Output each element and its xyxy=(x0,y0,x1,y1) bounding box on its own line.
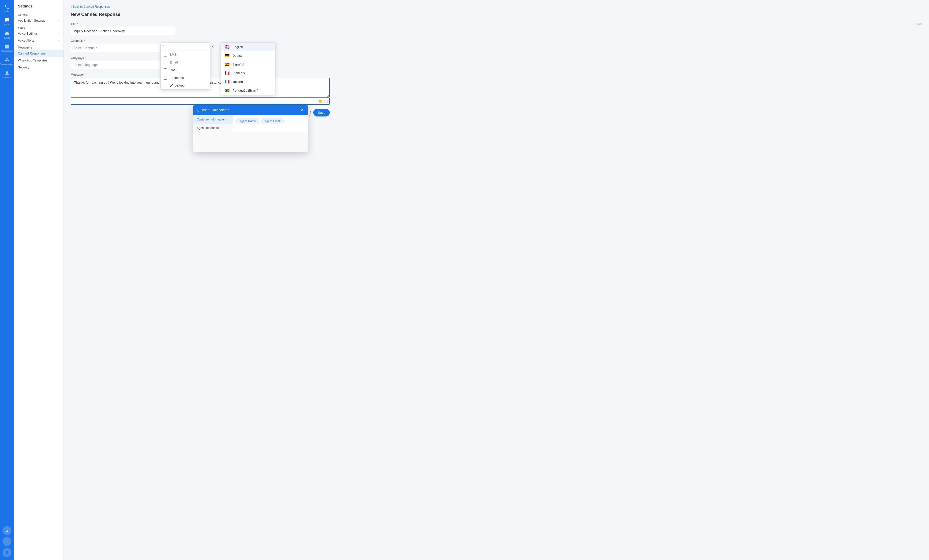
title-input[interactable] xyxy=(71,27,175,35)
channel-option-sms[interactable]: SMS xyxy=(161,51,210,58)
placeholder-agent-name[interactable]: Agent Name xyxy=(236,118,259,124)
lang-option-it[interactable]: 🇮🇹 Italiano xyxy=(221,77,275,86)
section-voice: Voice xyxy=(14,24,63,30)
lang-option-es[interactable]: 🇪🇸 Español xyxy=(221,60,275,69)
expand-icon[interactable]: ⛶ xyxy=(324,99,328,103)
modal-empty-space xyxy=(193,132,308,152)
lang-option-fr[interactable]: 🇫🇷 Français xyxy=(221,69,275,77)
sidebar-item-whatsapp-templates[interactable]: WhatsApp Templates xyxy=(14,57,63,64)
lang-option-de[interactable]: 🇩🇪 Deutsch xyxy=(221,51,275,60)
section-general: General xyxy=(14,11,63,17)
modal-sidebar: Customer Information Agent Information xyxy=(193,115,233,132)
modal-sidebar-agent[interactable]: Agent Information xyxy=(193,124,233,132)
chevron-left-icon: ‹ xyxy=(71,5,72,8)
channels-search-input[interactable] xyxy=(168,45,210,49)
placeholder-agent-email[interactable]: Agent Email xyxy=(261,118,284,124)
external-link-icon-3: ↗ xyxy=(57,39,60,42)
language-select-wrapper: Select Language ▾ xyxy=(71,61,175,69)
emoji-icon[interactable]: 🙂 xyxy=(318,99,322,103)
char-count: 34/100 xyxy=(914,22,922,25)
channels-label: Channels * xyxy=(71,39,922,43)
channels-dropdown: ✕ SMS Email Chat Facebook WhatsApp xyxy=(160,42,210,90)
flag-de: 🇩🇪 xyxy=(224,53,230,58)
message-required: * xyxy=(83,73,85,77)
language-required: * xyxy=(84,56,86,60)
textarea-toolbar: 🙂 ⛶ xyxy=(71,98,330,105)
users-icon-btn[interactable]: 👤 xyxy=(3,548,11,557)
flag-fr: 🇫🇷 xyxy=(224,71,230,75)
nav-dashboard[interactable]: Dashboard xyxy=(0,41,14,55)
nav-email[interactable]: Email xyxy=(0,28,14,41)
insert-placeholders-modal: {} Insert Placeholders ✕ Customer Inform… xyxy=(193,104,308,152)
chat-checkbox[interactable] xyxy=(164,69,167,72)
modal-close-icon[interactable]: ✕ xyxy=(300,107,304,112)
modal-sidebar-customer[interactable]: Customer Information xyxy=(193,115,233,124)
nav-conversations[interactable]: Conversations xyxy=(0,55,14,68)
external-link-icon-2: ↗ xyxy=(57,32,60,35)
modal-content: Agent Name Agent Email xyxy=(233,115,308,132)
flag-pt: 🇧🇷 xyxy=(224,88,230,93)
email-checkbox[interactable] xyxy=(164,61,167,64)
whatsapp-checkbox[interactable] xyxy=(164,84,167,87)
channels-select[interactable]: Select Channels xyxy=(71,44,175,52)
modal-title: Insert Placeholders xyxy=(201,108,229,112)
sidebar-item-voice-alerts[interactable]: Voice Alerts ↗ xyxy=(14,37,63,44)
channels-select-wrapper: Select Channels ▾ xyxy=(71,44,175,52)
channels-required: * xyxy=(84,39,85,43)
save-button[interactable]: Save xyxy=(313,109,330,116)
sidebar: Settings General Application Settings ↗ … xyxy=(14,0,64,560)
flag-en: 🇬🇧 xyxy=(224,44,230,49)
flag-it: 🇮🇹 xyxy=(224,80,230,84)
sidebar-item-security[interactable]: Security xyxy=(14,64,63,71)
required-asterisk: * xyxy=(77,22,78,26)
external-link-icon: ↗ xyxy=(57,19,60,22)
placeholder-tags: Agent Name Agent Email xyxy=(236,118,305,124)
channels-select-all-checkbox[interactable] xyxy=(163,45,166,48)
sms-checkbox[interactable] xyxy=(164,53,167,57)
channel-option-whatsapp[interactable]: WhatsApp xyxy=(161,82,210,89)
channel-option-facebook[interactable]: Facebook xyxy=(161,74,210,82)
lang-option-en[interactable]: 🇬🇧 English xyxy=(221,43,275,51)
flag-es: 🇪🇸 xyxy=(224,62,230,67)
channels-search-area: ✕ xyxy=(161,43,210,51)
grid-icon-btn[interactable]: ⊞ xyxy=(3,537,11,546)
nav-bottom: ⚙ ⊞ 👤 xyxy=(0,525,14,558)
modal-title-wrapper: {} Insert Placeholders xyxy=(197,108,229,112)
channels-close-icon[interactable]: ✕ xyxy=(211,44,214,49)
placeholder-icon: {} xyxy=(197,108,199,112)
channel-option-chat[interactable]: Chat xyxy=(161,66,210,74)
settings-icon-btn[interactable]: ⚙ xyxy=(3,526,11,535)
language-select[interactable]: Select Language xyxy=(71,61,175,69)
page-title: New Canned Response xyxy=(71,12,922,17)
title-field-group: Title * 34/100 xyxy=(71,22,922,35)
main-content: ‹ Back to Canned Responses New Canned Re… xyxy=(64,0,929,560)
modal-body: Customer Information Agent Information A… xyxy=(193,115,308,132)
lang-option-pt[interactable]: 🇧🇷 Português (Brasil) xyxy=(221,86,275,95)
back-link[interactable]: ‹ Back to Canned Responses xyxy=(71,5,922,8)
left-navigation: Calls Chats Email Dashboard Conversation… xyxy=(0,0,14,560)
nav-contacts[interactable]: Contacts xyxy=(0,68,14,81)
sidebar-item-voice-settings[interactable]: Voice Settings ↗ xyxy=(14,30,63,37)
sidebar-title: Settings xyxy=(14,4,63,11)
title-label: Title * 34/100 xyxy=(71,22,922,26)
sidebar-item-canned-responses[interactable]: Canned Responses xyxy=(14,50,63,57)
nav-calls[interactable]: Calls xyxy=(0,2,14,15)
nav-chats[interactable]: Chats xyxy=(0,15,14,28)
language-dropdown: 🇬🇧 English 🇩🇪 Deutsch 🇪🇸 Español 🇫🇷 Fran… xyxy=(221,42,276,95)
modal-header: {} Insert Placeholders ✕ xyxy=(193,104,308,115)
channel-option-email[interactable]: Email xyxy=(161,58,210,66)
facebook-checkbox[interactable] xyxy=(164,76,167,80)
section-messaging: Messaging xyxy=(14,44,63,50)
sidebar-item-app-settings[interactable]: Application Settings ↗ xyxy=(14,17,63,24)
